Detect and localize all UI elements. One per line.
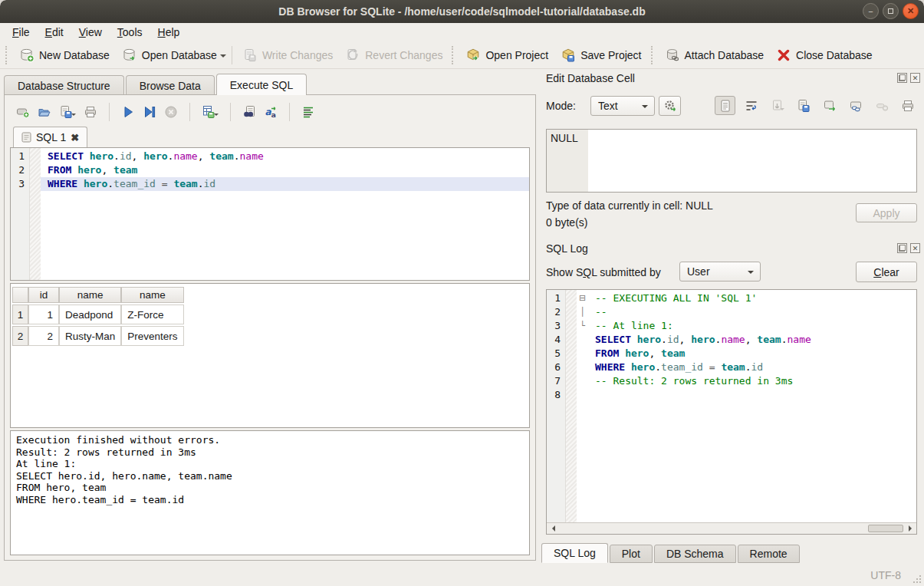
- close-database-button[interactable]: Close Database: [770, 44, 879, 66]
- horizontal-scrollbar[interactable]: [547, 522, 916, 534]
- row-header[interactable]: 2: [12, 326, 28, 346]
- tab-remote[interactable]: Remote: [738, 545, 800, 563]
- float-panel-icon[interactable]: [897, 243, 907, 253]
- tab-browse-data[interactable]: Browse Data: [126, 75, 215, 95]
- cell-editor[interactable]: NULL: [546, 129, 917, 193]
- open-database-dropdown-icon[interactable]: [220, 54, 226, 61]
- apply-button[interactable]: Apply: [856, 203, 917, 222]
- table-cell[interactable]: Rusty-Man: [59, 326, 121, 346]
- close-panel-icon[interactable]: ✕: [910, 73, 920, 83]
- save-results-icon[interactable]: [202, 105, 219, 119]
- sql-log-code[interactable]: 1⊟-- EXECUTING ALL IN 'SQL 1'2│--3└-- At…: [547, 290, 916, 523]
- column-header[interactable]: name: [59, 287, 121, 303]
- new-tab-icon[interactable]: [16, 105, 30, 119]
- cell-type-info: Type of data currently in cell: NULL: [546, 199, 713, 212]
- save-project-button[interactable]: Save Project: [554, 44, 647, 66]
- title-bar[interactable]: DB Browser for SQLite - /home/user/code/…: [0, 0, 924, 23]
- fold-marker-icon[interactable]: [577, 360, 588, 374]
- fold-marker-icon[interactable]: [577, 374, 588, 388]
- results-grid[interactable]: idnamename11DeadpondZ-Force22Rusty-ManPr…: [10, 283, 530, 428]
- fold-marker-icon[interactable]: [577, 333, 588, 347]
- write-changes-button[interactable]: Write Changes: [236, 44, 339, 66]
- corner-header[interactable]: [12, 287, 28, 303]
- table-cell[interactable]: 2: [28, 326, 59, 346]
- table-cell[interactable]: Preventers: [121, 326, 183, 346]
- format-lines-icon[interactable]: [301, 105, 315, 119]
- execute-current-line-icon[interactable]: [143, 105, 156, 119]
- autocomplete-icon[interactable]: aa: [264, 105, 278, 119]
- table-cell[interactable]: Deadpond: [59, 305, 121, 324]
- cell-settings-button[interactable]: [659, 96, 681, 116]
- fold-marker-icon[interactable]: ⊟: [577, 291, 588, 305]
- table-row[interactable]: 11DeadpondZ-Force: [12, 305, 184, 324]
- link-data-icon[interactable]: [845, 96, 866, 115]
- toolbar-grip[interactable]: [5, 46, 10, 64]
- import-data-icon[interactable]: [767, 96, 788, 115]
- fold-marker-icon[interactable]: └: [577, 319, 588, 333]
- tab-sql-log[interactable]: SQL Log: [541, 543, 608, 563]
- tab-execute-sql[interactable]: Execute SQL: [216, 74, 307, 95]
- stop-icon[interactable]: [164, 105, 178, 119]
- execution-output[interactable]: Execution finished without errors. Resul…: [10, 430, 530, 555]
- fold-marker-icon[interactable]: [577, 388, 588, 402]
- set-null-icon[interactable]: [871, 96, 892, 115]
- cell-mode-select[interactable]: Text: [590, 96, 655, 116]
- find-replace-icon[interactable]: [242, 105, 256, 119]
- export-data-icon[interactable]: [819, 96, 840, 115]
- new-database-button[interactable]: New Database: [13, 44, 116, 66]
- save-sql-dropdown-icon[interactable]: [71, 114, 76, 118]
- open-sql-file-icon[interactable]: [38, 105, 51, 119]
- table-row[interactable]: 22Rusty-ManPreventers: [12, 326, 184, 346]
- minimize-button[interactable]: −: [863, 3, 879, 19]
- import-data-dropdown-icon[interactable]: [780, 108, 784, 113]
- toolbar-grip[interactable]: [452, 46, 456, 64]
- toolbar-grip[interactable]: [651, 46, 656, 64]
- close-panel-icon[interactable]: ✕: [910, 243, 920, 253]
- open-database-button[interactable]: Open Database: [116, 44, 223, 66]
- log-filter-select[interactable]: User: [679, 262, 761, 281]
- close-tab-icon[interactable]: ✖: [71, 132, 79, 143]
- scroll-left-icon[interactable]: [547, 524, 558, 533]
- open-project-button[interactable]: Open Project: [459, 44, 554, 66]
- revert-changes-button[interactable]: Revert Changes: [339, 44, 449, 66]
- menu-help[interactable]: Help: [150, 25, 188, 40]
- sql-editor[interactable]: 1SELECT hero.id, hero.name, team.name2FR…: [10, 147, 530, 281]
- print-icon[interactable]: [84, 105, 97, 119]
- scroll-right-icon[interactable]: [905, 524, 916, 533]
- attach-database-button[interactable]: Attach Database: [659, 44, 771, 66]
- maximize-button[interactable]: [883, 3, 899, 19]
- sql-log-view[interactable]: 1⊟-- EXECUTING ALL IN 'SQL 1'2│--3└-- At…: [546, 289, 917, 535]
- print-cell-icon[interactable]: [897, 96, 918, 115]
- clear-log-button[interactable]: Clear: [856, 262, 917, 282]
- table-cell[interactable]: Z-Force: [121, 305, 183, 324]
- encoding-indicator[interactable]: UTF-8: [870, 569, 901, 581]
- sql-editor-code[interactable]: 1SELECT hero.id, hero.name, team.name2FR…: [11, 148, 529, 280]
- menu-edit[interactable]: Edit: [38, 25, 71, 40]
- fold-marker-icon[interactable]: │: [577, 305, 588, 319]
- line-number: 2: [547, 305, 566, 319]
- tab-database-structure[interactable]: Database Structure: [4, 75, 124, 95]
- scrollbar-thumb[interactable]: [868, 525, 903, 532]
- results-table[interactable]: idnamename11DeadpondZ-Force22Rusty-ManPr…: [12, 285, 184, 347]
- table-cell[interactable]: 1: [28, 305, 59, 324]
- tab-db-schema[interactable]: DB Schema: [654, 545, 736, 563]
- menu-tools[interactable]: Tools: [110, 25, 150, 40]
- fold-marker-icon[interactable]: [577, 347, 588, 360]
- menu-view[interactable]: View: [71, 25, 110, 40]
- save-sql-file-icon[interactable]: [59, 105, 76, 119]
- log-filter-label: Show SQL submitted by: [546, 266, 661, 278]
- row-header[interactable]: 1: [12, 305, 28, 324]
- save-data-icon[interactable]: [793, 96, 814, 115]
- word-wrap-icon[interactable]: [741, 96, 761, 115]
- save-results-dropdown-icon[interactable]: [214, 114, 219, 118]
- tab-plot[interactable]: Plot: [610, 545, 653, 563]
- sql-editor-tab[interactable]: SQL 1 ✖: [13, 127, 87, 147]
- execute-all-icon[interactable]: [121, 105, 135, 119]
- column-header[interactable]: name: [121, 287, 183, 303]
- resize-grip[interactable]: [912, 574, 921, 583]
- close-button[interactable]: ✕: [903, 3, 919, 19]
- float-panel-icon[interactable]: [897, 73, 907, 83]
- column-header[interactable]: id: [28, 287, 59, 303]
- menu-file[interactable]: File: [5, 25, 38, 40]
- text-mode-icon[interactable]: [715, 96, 735, 115]
